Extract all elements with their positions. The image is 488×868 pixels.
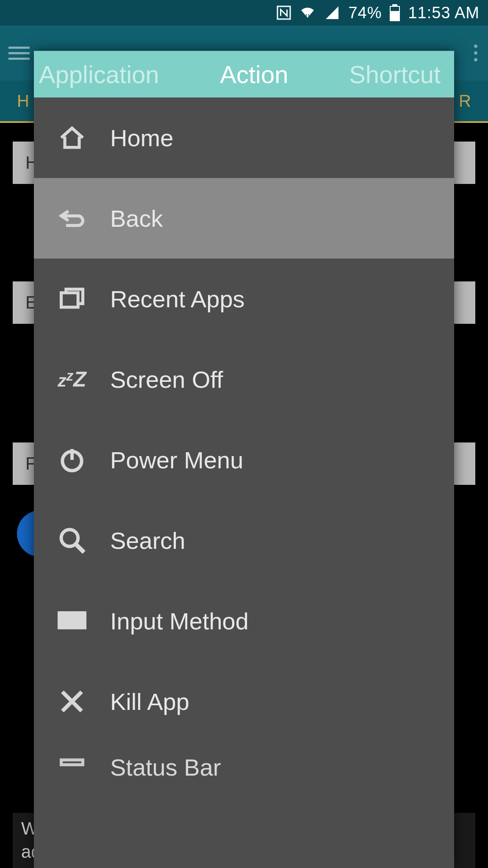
- search-icon: [55, 523, 89, 557]
- action-label: Power Menu: [110, 446, 243, 474]
- action-label: Screen Off: [110, 366, 223, 393]
- wifi-icon: [299, 5, 316, 20]
- bg-tab-left: H: [17, 92, 29, 111]
- svg-rect-23: [82, 623, 85, 627]
- action-screen-off[interactable]: zzZ Screen Off: [34, 339, 454, 420]
- battery-percent: 74%: [348, 4, 382, 22]
- action-back[interactable]: Back: [34, 178, 454, 259]
- action-input-method[interactable]: Input Method: [34, 581, 454, 661]
- action-search[interactable]: Search: [34, 500, 454, 581]
- status-bar: 74% 11:53 AM: [0, 0, 488, 25]
- dialog-tabs: Application Action Shortcut: [34, 51, 454, 97]
- back-icon: [55, 201, 89, 235]
- action-home[interactable]: Home: [34, 97, 454, 178]
- nfc-icon: [276, 5, 291, 20]
- action-dialog: Application Action Shortcut Home Back Re…: [34, 51, 454, 868]
- svg-line-8: [76, 544, 84, 553]
- recent-apps-icon: [55, 282, 89, 316]
- power-icon: [55, 443, 89, 477]
- svg-rect-26: [61, 760, 83, 765]
- status-bar-icon: [55, 750, 89, 784]
- svg-rect-22: [64, 623, 80, 627]
- action-kill-app[interactable]: Kill App: [34, 661, 454, 742]
- svg-rect-4: [61, 293, 78, 307]
- status-time: 11:53 AM: [408, 4, 480, 22]
- tab-action[interactable]: Action: [216, 60, 292, 89]
- battery-icon: [389, 4, 400, 21]
- action-label: Recent Apps: [110, 285, 245, 313]
- tab-application[interactable]: Application: [35, 60, 164, 89]
- keyboard-icon: [55, 604, 89, 638]
- menu-icon[interactable]: [8, 47, 30, 60]
- signal-icon: [324, 5, 341, 20]
- action-list: Home Back Recent Apps zzZ Screen Off Pow…: [34, 97, 454, 868]
- svg-rect-3: [391, 7, 399, 11]
- action-power-menu[interactable]: Power Menu: [34, 420, 454, 500]
- action-label: Search: [110, 527, 185, 554]
- action-label: Back: [110, 205, 163, 232]
- action-label: Status Bar: [110, 754, 221, 781]
- action-status-bar[interactable]: Status Bar: [34, 742, 454, 793]
- tab-shortcut[interactable]: Shortcut: [345, 60, 445, 89]
- sleep-icon: zzZ: [55, 362, 89, 396]
- overflow-icon[interactable]: [474, 45, 477, 61]
- svg-point-7: [61, 530, 78, 547]
- action-label: Kill App: [110, 688, 189, 715]
- action-recent-apps[interactable]: Recent Apps: [34, 259, 454, 339]
- bg-tab-right: R: [459, 92, 471, 111]
- action-label: Home: [110, 124, 173, 152]
- action-label: Input Method: [110, 607, 249, 635]
- svg-rect-2: [392, 4, 397, 6]
- close-icon: [55, 684, 89, 718]
- home-icon: [55, 121, 89, 155]
